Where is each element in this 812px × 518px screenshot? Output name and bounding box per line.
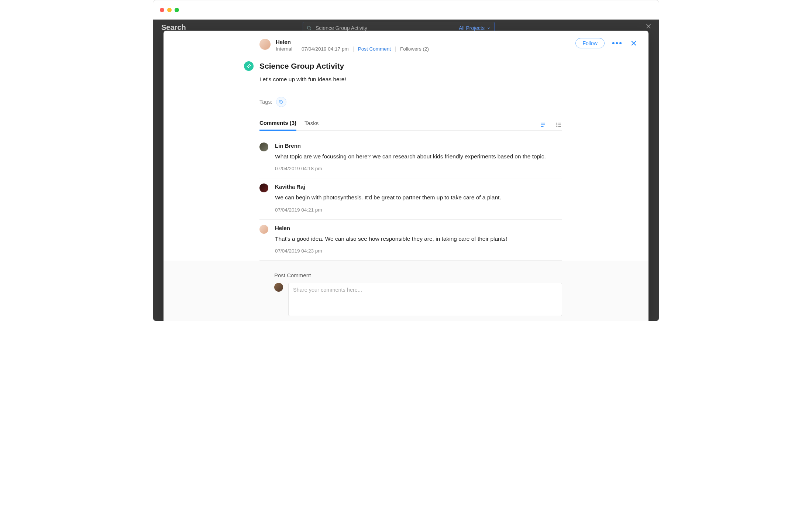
pin-icon bbox=[244, 61, 254, 71]
bg-search-value: Science Group Activity bbox=[316, 25, 367, 31]
window-close[interactable] bbox=[160, 8, 164, 12]
post-title: Science Group Activity bbox=[259, 62, 344, 71]
svg-line-1 bbox=[310, 29, 311, 30]
follow-button[interactable]: Follow bbox=[575, 38, 604, 48]
me-avatar bbox=[274, 283, 283, 292]
svg-point-14 bbox=[557, 126, 557, 127]
close-dialog-button[interactable] bbox=[630, 40, 637, 47]
svg-point-12 bbox=[557, 124, 557, 125]
bg-project-filter: All Projects bbox=[459, 25, 491, 31]
search-icon bbox=[307, 25, 312, 31]
compose-area: Post Comment bbox=[164, 261, 648, 321]
comment-author: Kavitha Raj bbox=[275, 183, 562, 190]
add-tag-button[interactable] bbox=[276, 97, 286, 107]
comment-time: 07/04/2019 04:18 pm bbox=[275, 166, 562, 171]
post-meta: Internal 07/04/2019 04:17 pm Post Commen… bbox=[276, 46, 429, 52]
tabs: Comments (3) Tasks bbox=[259, 117, 562, 131]
window-zoom[interactable] bbox=[175, 8, 179, 12]
window-minimize[interactable] bbox=[167, 8, 172, 12]
post-description: Let's come up with fun ideas here! bbox=[259, 76, 562, 83]
author-avatar bbox=[259, 39, 271, 50]
view-stream-icon[interactable] bbox=[540, 121, 546, 128]
svg-point-6 bbox=[280, 101, 281, 102]
dialog-actions: Follow ••• bbox=[575, 38, 637, 48]
comment-item: Lin Brenn What topic are we focussing on… bbox=[259, 141, 562, 178]
comment-avatar bbox=[259, 143, 268, 151]
mac-titlebar bbox=[153, 0, 659, 20]
comment-author: Helen bbox=[275, 225, 562, 231]
chevron-down-icon bbox=[487, 26, 491, 30]
comment-input[interactable] bbox=[288, 283, 562, 316]
bg-close-icon bbox=[646, 23, 651, 29]
comment-text: We can begin with photosynthesis. It'd b… bbox=[275, 193, 562, 202]
window-controls bbox=[160, 8, 179, 12]
comment-avatar bbox=[259, 225, 268, 234]
comment-item: Helen That's a good idea. We can also se… bbox=[259, 220, 562, 261]
comment-author: Lin Brenn bbox=[275, 143, 562, 149]
visibility-label: Internal bbox=[276, 46, 292, 52]
tab-tasks[interactable]: Tasks bbox=[304, 117, 319, 130]
tab-comments[interactable]: Comments (3) bbox=[259, 117, 296, 131]
post-comment-link[interactable]: Post Comment bbox=[358, 46, 391, 52]
stage: Search Science Group Activity All Projec… bbox=[153, 20, 659, 321]
compose-label: Post Comment bbox=[274, 272, 562, 278]
author-name: Helen bbox=[276, 39, 429, 45]
tags-label: Tags: bbox=[259, 99, 272, 105]
more-menu-icon[interactable]: ••• bbox=[612, 41, 623, 45]
svg-point-0 bbox=[307, 26, 310, 29]
tags-row: Tags: bbox=[259, 97, 562, 107]
app-window: Search Science Group Activity All Projec… bbox=[153, 0, 659, 321]
comment-avatar bbox=[259, 183, 268, 192]
post-header: Helen Internal 07/04/2019 04:17 pm Post … bbox=[259, 39, 562, 52]
followers-count[interactable]: Followers (2) bbox=[400, 46, 429, 52]
post-timestamp: 07/04/2019 04:17 pm bbox=[302, 46, 349, 52]
post-dialog: Follow ••• Helen Internal bbox=[164, 31, 648, 321]
comment-text: What topic are we focussing on here? We … bbox=[275, 152, 562, 161]
comment-text: That's a good idea. We can also see how … bbox=[275, 235, 562, 243]
comment-item: Kavitha Raj We can begin with photosynth… bbox=[259, 178, 562, 219]
svg-point-10 bbox=[557, 123, 557, 124]
comment-time: 07/04/2019 04:21 pm bbox=[275, 207, 562, 213]
comments-list: Lin Brenn What topic are we focussing on… bbox=[259, 141, 562, 261]
view-list-icon[interactable] bbox=[555, 121, 562, 128]
comment-time: 07/04/2019 04:23 pm bbox=[275, 248, 562, 254]
post-title-row: Science Group Activity bbox=[259, 61, 562, 71]
